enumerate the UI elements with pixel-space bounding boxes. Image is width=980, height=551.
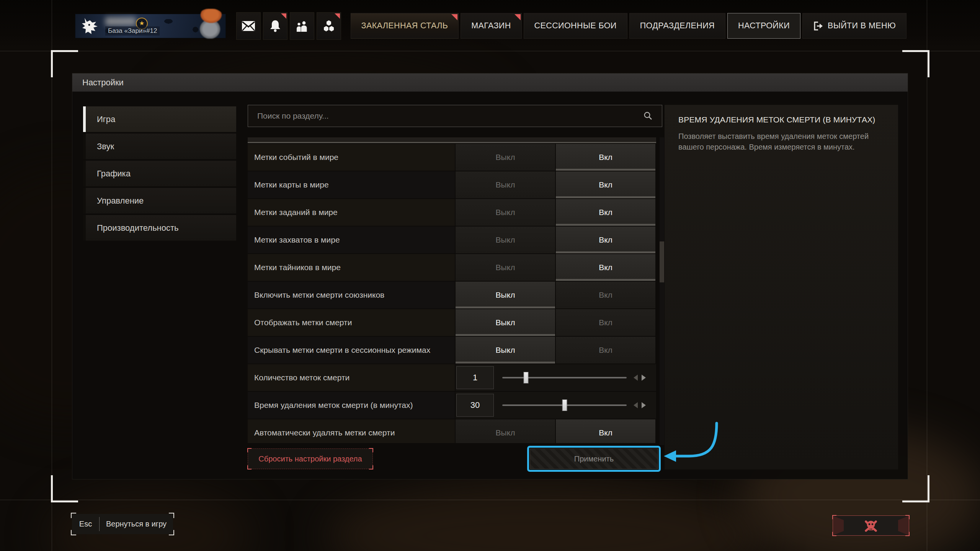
player-base-label: База «Зари»#12 (105, 26, 160, 36)
setting-row: Метки тайников в миреВыклВкл (248, 254, 656, 281)
hex-cluster-icon (323, 20, 335, 32)
toggle-off-button[interactable]: Выкл (456, 419, 555, 443)
squads-button[interactable] (317, 12, 341, 40)
tab-2[interactable]: Графика (83, 161, 236, 186)
toggle-off-button[interactable]: Выкл (456, 309, 555, 336)
return-to-game-label: Вернуться в игру (100, 520, 173, 528)
corner-accent (247, 465, 252, 469)
player-avatar-art (196, 9, 225, 39)
tab-3[interactable]: Управление (83, 188, 236, 214)
slider-track[interactable] (502, 377, 627, 378)
people-icon (296, 20, 309, 32)
corner-accent (832, 532, 836, 536)
settings-tabs: ИграЗвукГрафикаУправлениеПроизводительно… (83, 106, 236, 242)
rows-scrollbar-track[interactable] (660, 137, 664, 445)
player-banner[interactable]: ★ База «Зари»#12 (75, 14, 226, 38)
toggle-on-button[interactable]: Вкл (556, 199, 655, 226)
settings-window-title: Настройки (72, 73, 908, 92)
setting-row: Автоматически удалять метки смертиВыклВк… (248, 419, 656, 443)
frame-line-top (0, 51, 980, 51)
stepper-right-arrow[interactable] (642, 375, 646, 381)
bg-blur-blob (325, 482, 766, 551)
settings-rows-list: Метки событий в миреВыклВклМетки карты в… (248, 137, 656, 443)
stepper-left-arrow[interactable] (634, 402, 638, 408)
nav-settings[interactable]: НАСТРОЙКИ (727, 13, 800, 39)
setting-row: Метки карты в миреВыклВкл (248, 171, 656, 198)
setting-row: Отображать метки смертиВыклВкл (248, 309, 656, 336)
setting-row: Скрывать метки смерти в сессионных режим… (248, 337, 656, 364)
tab-4[interactable]: Производительность (83, 215, 236, 241)
value-box: 30 (456, 394, 494, 417)
setting-row: Время удаления меток смерти (в минутах)3… (248, 392, 656, 419)
slider-track[interactable] (502, 404, 627, 406)
search-input[interactable]: Поиск по разделу... (248, 105, 662, 127)
stepper-left-arrow[interactable] (634, 375, 638, 381)
corner-accent (905, 532, 910, 536)
corner-accent (169, 530, 174, 535)
tab-0[interactable]: Игра (83, 106, 236, 132)
nav-divisions[interactable]: ПОДРАЗДЕЛЕНИЯ (629, 13, 725, 39)
setting-label: Метки карты в мире (248, 171, 455, 198)
toggle-on-button[interactable]: Вкл (556, 144, 655, 171)
toggle-off-button[interactable]: Выкл (456, 144, 555, 171)
nav-shop[interactable]: МАГАЗИН (461, 13, 521, 39)
setting-label: Время удаления меток смерти (в минутах) (248, 392, 455, 419)
frame-line-left (52, 0, 52, 551)
mail-button[interactable] (236, 12, 261, 40)
tab-label: Игра (97, 114, 115, 124)
rows-scrollbar-thumb[interactable] (660, 241, 664, 282)
toggle-on-button[interactable]: Вкл (556, 282, 655, 308)
toggle-off-button[interactable]: Выкл (456, 199, 555, 226)
toggle-off-button[interactable]: Выкл (456, 171, 555, 198)
search-placeholder: Поиск по разделу... (257, 111, 329, 121)
corner-accent (832, 515, 836, 519)
tab-1[interactable]: Звук (83, 134, 236, 159)
exit-icon (813, 21, 823, 31)
corner-accent (247, 448, 252, 452)
tab-label: Звук (97, 142, 114, 152)
toggle-off-button[interactable]: Выкл (456, 254, 555, 281)
setting-row: Метки захватов в миреВыклВкл (248, 227, 656, 253)
main-nav: ЗАКАЛЕННАЯ СТАЛЬ МАГАЗИН СЕССИОННЫЕ БОИ … (351, 13, 906, 39)
toggle-off-button[interactable]: Выкл (456, 282, 555, 308)
slider-thumb[interactable] (523, 372, 528, 383)
nav-session-battles[interactable]: СЕССИОННЫЕ БОИ (524, 13, 627, 39)
esc-key-hint: Esc (72, 520, 99, 528)
death-marker-button[interactable] (833, 515, 909, 536)
return-to-game-button[interactable]: Esc Вернуться в игру (72, 514, 173, 534)
toggle-on-button[interactable]: Вкл (556, 309, 655, 336)
setting-label: Метки событий в мире (248, 144, 455, 171)
toggle-off-button[interactable]: Выкл (456, 227, 555, 253)
search-icon (644, 111, 653, 121)
setting-row: Метки заданий в миреВыклВкл (248, 199, 656, 226)
toggle-on-button[interactable]: Вкл (556, 337, 655, 364)
stepper-right-arrow[interactable] (642, 402, 646, 408)
value-box: 1 (456, 366, 494, 389)
slider-control: 1 (456, 364, 656, 391)
reset-section-button[interactable]: Сбросить настройки раздела (248, 448, 373, 469)
nav-hardened-steel[interactable]: ЗАКАЛЕННАЯ СТАЛЬ (351, 13, 459, 39)
setting-label: Включить метки смерти союзников (248, 282, 455, 308)
friends-button[interactable] (290, 12, 314, 40)
toggle-on-button[interactable]: Вкл (556, 254, 655, 281)
toggle-off-button[interactable]: Выкл (456, 337, 555, 364)
setting-label: Метки тайников в мире (248, 254, 455, 281)
setting-label: Количество меток смерти (248, 364, 455, 391)
scrolled-row-sliver (248, 137, 656, 143)
stepper-arrows (634, 402, 646, 408)
nav-exit-to-menu[interactable]: ВЫЙТИ В МЕНЮ (802, 13, 906, 39)
notifications-button[interactable] (263, 12, 287, 40)
toggle-on-button[interactable]: Вкл (556, 419, 655, 443)
setting-row: Включить метки смерти союзниковВыклВкл (248, 282, 656, 308)
clan-logo-wolf-icon (81, 16, 99, 36)
toggle-on-button[interactable]: Вкл (556, 227, 655, 253)
setting-label: Скрывать метки смерти в сессионных режим… (248, 337, 455, 364)
setting-label: Метки заданий в мире (248, 199, 455, 226)
setting-row: Количество меток смерти1 (248, 364, 656, 391)
toggle-on-button[interactable]: Вкл (556, 171, 655, 198)
setting-row: Метки событий в миреВыклВкл (248, 144, 656, 171)
tab-label: Графика (97, 169, 131, 179)
slider-thumb[interactable] (562, 399, 567, 411)
apply-button[interactable]: Применить (530, 448, 658, 469)
tab-label: Управление (97, 196, 144, 206)
